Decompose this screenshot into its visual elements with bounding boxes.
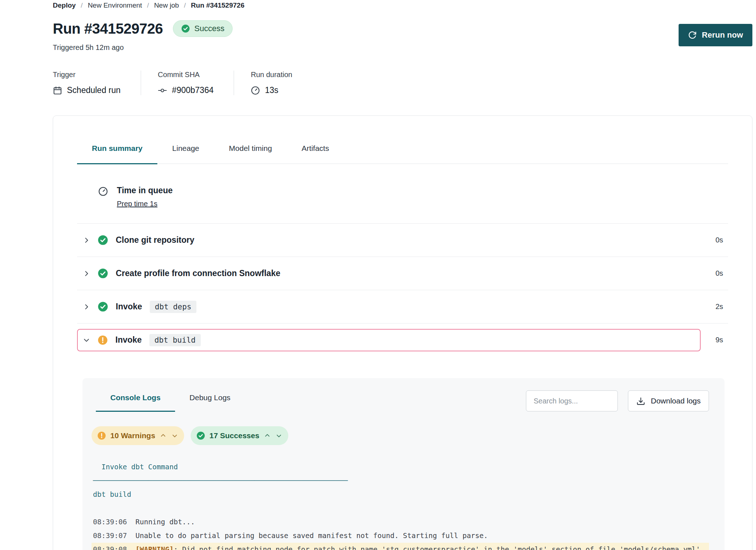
log-line: ────────────────────────────────────────… [92, 474, 709, 488]
clock-icon [251, 86, 260, 95]
step-row-clone-git-repository[interactable]: Clone git repository0s [77, 223, 728, 257]
log-line: dbt build [92, 488, 709, 502]
console-tabs: Console LogsDebug Logs [96, 390, 245, 412]
console-panel: Console LogsDebug Logs Download logs [82, 378, 725, 550]
tab-lineage[interactable]: Lineage [157, 144, 214, 164]
log-line: 08:39:08 [WARNING]: Did not find matchin… [92, 543, 709, 550]
rerun-icon [688, 31, 697, 39]
console-tab-console-logs[interactable]: Console Logs [96, 390, 175, 412]
run-detail-card: Run summaryLineageModel timingArtifacts … [53, 115, 752, 550]
queue-title: Time in queue [117, 186, 173, 195]
breadcrumb-current: Run #341529726 [191, 1, 245, 9]
breadcrumb-link[interactable]: Deploy [53, 1, 76, 9]
success-icon [98, 301, 108, 312]
successes-down-icon[interactable] [275, 432, 283, 439]
tab-artifacts[interactable]: Artifacts [287, 144, 344, 164]
log-line: 08:39:06 Running dbt... [92, 515, 709, 529]
breadcrumb-link[interactable]: New job [154, 1, 179, 9]
meta-duration: Run duration 13s [251, 71, 313, 95]
log-line [92, 502, 709, 515]
step-label: Clone git repository [116, 235, 194, 245]
step-duration: 0s [715, 269, 723, 278]
log-warning-prefix: [WARNING] [135, 545, 174, 550]
clock-icon [98, 186, 108, 196]
page-title: Run #341529726 [53, 21, 163, 37]
warning-icon [97, 431, 106, 440]
prep-time-link[interactable]: Prep time 1s [117, 200, 157, 208]
console-header: Console LogsDebug Logs Download logs [92, 390, 709, 412]
step-row-create-profile-from-connection-snowflake[interactable]: Create profile from connection Snowflake… [77, 257, 728, 290]
tab-model-timing[interactable]: Model timing [214, 144, 287, 164]
log-timestamp: 08:39:08 [93, 545, 135, 550]
meta-trigger-label: Trigger [53, 71, 120, 79]
chevron-right-icon [83, 237, 90, 244]
search-logs-input[interactable] [526, 390, 618, 411]
step-label: Create profile from connection Snowflake [116, 268, 280, 278]
header-row: Run #341529726 Success Rerun now [53, 20, 752, 37]
console-log-output: Invoke dbt Command──────────────────────… [92, 460, 709, 550]
success-icon [98, 235, 108, 245]
step-row-invoke-dbt-deps[interactable]: Invokedbt deps2s [77, 290, 728, 323]
calendar-icon [53, 86, 62, 95]
selected-step-box[interactable]: Invokedbt build [77, 329, 701, 351]
breadcrumb-separator: / [147, 1, 149, 9]
run-meta-row: Trigger Scheduled run Commit SHA #900b73… [53, 71, 752, 95]
success-icon [181, 24, 190, 33]
success-icon [196, 431, 205, 440]
console-controls: Download logs [526, 390, 709, 411]
rerun-now-button[interactable]: Rerun now [679, 24, 752, 46]
success-icon [98, 268, 108, 279]
step-duration: 9s [715, 336, 723, 344]
meta-commit: Commit SHA #900b7364 [158, 71, 234, 95]
download-icon [636, 397, 645, 406]
log-timestamp: 08:39:06 [93, 518, 135, 526]
meta-trigger: Trigger Scheduled run [53, 71, 141, 95]
breadcrumb-link[interactable]: New Environment [88, 1, 142, 9]
meta-commit-value: #900b7364 [172, 85, 213, 95]
steps-list: Clone git repository0sCreate profile fro… [77, 223, 728, 356]
rerun-now-label: Rerun now [702, 30, 743, 40]
meta-duration-value: 13s [265, 85, 278, 95]
step-label: Invoke [115, 335, 142, 345]
status-badge: Success [173, 20, 233, 37]
step-label: Invoke [116, 302, 142, 312]
run-tabs: Run summaryLineageModel timingArtifacts [77, 116, 728, 164]
commit-icon [158, 86, 167, 95]
warnings-up-icon[interactable] [160, 432, 167, 439]
chevron-right-icon [83, 303, 90, 310]
meta-commit-label: Commit SHA [158, 71, 213, 79]
breadcrumb-separator: / [184, 1, 186, 9]
breadcrumb-separator: / [81, 1, 82, 9]
log-filter-badges: 10 Warnings 17 Successes [92, 426, 709, 445]
triggered-timestamp: Triggered 5h 12m ago [53, 43, 752, 52]
step-duration: 2s [715, 302, 723, 311]
status-badge-label: Success [194, 24, 224, 33]
meta-trigger-value: Scheduled run [67, 85, 120, 95]
log-timestamp: 08:39:07 [93, 532, 135, 540]
console-tab-debug-logs[interactable]: Debug Logs [175, 390, 245, 412]
time-in-queue-section: Time in queue Prep time 1s [98, 164, 728, 223]
log-line: Invoke dbt Command [92, 460, 709, 474]
warnings-down-icon[interactable] [171, 432, 178, 439]
command-chip: dbt deps [150, 301, 196, 313]
successes-badge-label: 17 Successes [209, 431, 259, 440]
page-content: Deploy/New Environment/New job/Run #3415… [53, 0, 752, 550]
tab-run-summary[interactable]: Run summary [77, 144, 157, 164]
download-logs-button[interactable]: Download logs [628, 390, 709, 411]
step-duration: 0s [715, 236, 723, 244]
command-chip: dbt build [149, 334, 201, 346]
chevron-right-icon [83, 270, 90, 277]
breadcrumb: Deploy/New Environment/New job/Run #3415… [53, 1, 752, 9]
warnings-badge-label: 10 Warnings [110, 431, 155, 440]
warnings-badge[interactable]: 10 Warnings [92, 426, 184, 445]
chevron-down-icon [83, 337, 90, 344]
meta-duration-label: Run duration [251, 71, 292, 79]
log-line: 08:39:07 Unable to do partial parsing be… [92, 529, 709, 543]
successes-up-icon[interactable] [264, 432, 271, 439]
step-row-invoke-dbt-build[interactable]: Invokedbt build9s [77, 323, 728, 356]
download-logs-label: Download logs [651, 397, 701, 405]
warning-icon [98, 335, 108, 345]
successes-badge[interactable]: 17 Successes [191, 426, 288, 445]
